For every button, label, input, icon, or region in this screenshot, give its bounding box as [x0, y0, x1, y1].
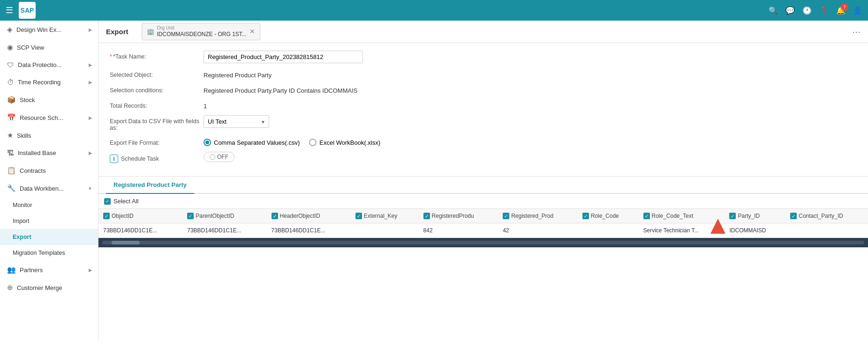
total-records-row: Total Records: 1: [110, 100, 857, 110]
sidebar-item-customer-merge[interactable]: ⊕ Customer Merge: [0, 279, 98, 297]
xlsx-radio-option[interactable]: Excel WorkBook(.xlsx): [309, 139, 380, 146]
sidebar-item-resource-sch[interactable]: 📅 Resource Sch... ▶: [0, 109, 98, 126]
history-icon[interactable]: 🕐: [802, 6, 812, 15]
col-registered-prod-checkbox[interactable]: ✓: [503, 213, 509, 219]
sidebar-item-data-workbench[interactable]: 🔧 Data Workben... ▼: [0, 179, 98, 197]
sidebar-item-time-recording[interactable]: ⏱ Time Recording ▶: [0, 74, 98, 91]
org-unit-type-label: Org Unit: [157, 25, 247, 31]
csv-label: Comma Separated Values(.csv): [214, 139, 300, 146]
sidebar-item-label: Customer Merge: [17, 284, 92, 291]
selected-object-label: Selected Object:: [110, 69, 204, 78]
sidebar: ◈ Design Win Ex... ▶ ◉ SCP View 🛡 Data P…: [0, 21, 98, 341]
export-format-row: Export Data to CSV File with fields as: …: [110, 115, 857, 131]
top-header: ☰ SAP 🔍 💬 🕐 ❓ 🔔 7 👤: [0, 0, 868, 21]
sidebar-item-stock[interactable]: 📦 Stock: [0, 91, 98, 109]
page-title: Export: [106, 28, 136, 36]
chevron-right-icon: ▶: [89, 62, 92, 67]
org-unit-tab[interactable]: 🏢 Org Unit IDCOMMAISDEONZE - ORG 1ST... …: [142, 23, 260, 40]
sidebar-item-data-protection[interactable]: 🛡 Data Protectio... ▶: [0, 56, 98, 74]
xlsx-radio-button[interactable]: [309, 139, 317, 146]
col-objectid-checkbox[interactable]: ✓: [103, 213, 110, 219]
data-table: ✓ ObjectID ✓ ParentObjectID: [98, 209, 868, 238]
schedule-task-toggle[interactable]: OFF: [204, 152, 234, 162]
toggle-circle-icon: [210, 154, 215, 160]
org-unit-icon: 🏢: [147, 28, 154, 35]
sidebar-item-installed-base[interactable]: 🏗 Installed Base ▶: [0, 144, 98, 162]
sidebar-item-skills[interactable]: ★ Skills: [0, 126, 98, 144]
col-registered-produ: ✓ RegisteredProdu: [419, 209, 498, 223]
export-format-select[interactable]: UI Text Technical Name: [204, 115, 269, 128]
col-contact-party-id-checkbox[interactable]: ✓: [790, 213, 797, 219]
col-registered-produ-label: RegisteredProdu: [432, 213, 474, 219]
tabs-row: Registered Product Party: [98, 177, 868, 194]
toggle-label: OFF: [217, 154, 228, 160]
sidebar-item-partners[interactable]: 👥 Partners ▶: [0, 261, 98, 279]
cell-party-id: IDCOMMAISD: [725, 223, 785, 238]
close-tab-icon[interactable]: ✕: [249, 28, 255, 35]
select-all-label: Select All: [113, 198, 138, 205]
sap-logo: SAP: [19, 2, 36, 19]
task-name-label: *Task Name:: [110, 51, 204, 60]
col-registered-produ-checkbox[interactable]: ✓: [423, 213, 430, 219]
partners-icon: 👥: [7, 266, 16, 274]
sidebar-item-scp-view[interactable]: ◉ SCP View: [0, 38, 98, 56]
horizontal-scrollbar[interactable]: [98, 238, 868, 247]
chevron-right-icon: ▶: [89, 80, 92, 85]
sidebar-item-migration-templates[interactable]: Migration Templates: [0, 245, 98, 261]
chevron-right-icon: ▶: [89, 150, 92, 156]
time-recording-icon: ⏱: [7, 78, 14, 86]
schedule-info-icon[interactable]: ℹ: [110, 155, 118, 163]
sidebar-item-design-win[interactable]: ◈ Design Win Ex... ▶: [0, 21, 98, 38]
data-protection-icon: 🛡: [7, 61, 14, 69]
more-options-icon[interactable]: ⋯: [852, 27, 860, 37]
col-party-id: ✓ Party_ID: [725, 209, 785, 223]
col-headerobjectid-checkbox[interactable]: ✓: [272, 213, 278, 219]
tab-registered-product-party[interactable]: Registered Product Party: [106, 177, 194, 194]
chevron-down-icon: ▼: [88, 186, 92, 191]
csv-radio-option[interactable]: Comma Separated Values(.csv): [204, 139, 300, 146]
select-all-checkbox[interactable]: ✓: [104, 198, 111, 205]
task-name-input[interactable]: [204, 51, 363, 63]
notification-badge: 7: [841, 3, 848, 11]
help-icon[interactable]: ❓: [819, 6, 829, 15]
col-objectid: ✓ ObjectID: [98, 209, 182, 223]
notifications-icon[interactable]: 🔔 7: [836, 6, 845, 15]
col-role-code-text-checkbox[interactable]: ✓: [643, 213, 650, 219]
sidebar-item-export[interactable]: Export: [0, 229, 98, 245]
cell-registered-prod: 42: [498, 223, 578, 238]
scrollbar-thumb[interactable]: [112, 241, 140, 245]
col-registered-prod: ✓ Registered_Prod: [498, 209, 578, 223]
chevron-right-icon: ▶: [89, 115, 92, 120]
sidebar-item-contracts[interactable]: 📋 Contracts: [0, 162, 98, 179]
sidebar-item-import[interactable]: Import: [0, 213, 98, 229]
csv-radio-button[interactable]: [204, 139, 211, 146]
col-role-code-text-label: Role_Code_Text: [652, 213, 694, 219]
col-parentobjectid-checkbox[interactable]: ✓: [187, 213, 194, 219]
col-role-code: ✓ Role_Code: [578, 209, 639, 223]
sidebar-item-label: Design Win Ex...: [16, 26, 85, 33]
col-role-code-checkbox[interactable]: ✓: [582, 213, 589, 219]
search-icon[interactable]: 🔍: [769, 6, 778, 15]
scp-view-icon: ◉: [7, 43, 13, 52]
main-layout: ◈ Design Win Ex... ▶ ◉ SCP View 🛡 Data P…: [0, 21, 868, 341]
sidebar-item-monitor[interactable]: Monitor: [0, 197, 98, 213]
content-area: Export 🏢 Org Unit IDCOMMAISDEONZE - ORG …: [98, 21, 868, 341]
sidebar-item-label: Data Protectio...: [18, 61, 85, 68]
contracts-icon: 📋: [7, 166, 16, 175]
sidebar-item-label: Monitor: [13, 202, 92, 208]
col-external-key-checkbox[interactable]: ✓: [355, 213, 362, 219]
sidebar-item-label: Resource Sch...: [20, 114, 85, 121]
content-header: Export 🏢 Org Unit IDCOMMAISDEONZE - ORG …: [98, 21, 868, 43]
org-unit-name-label: IDCOMMAISDEONZE - ORG 1ST...: [157, 31, 247, 37]
hamburger-icon[interactable]: ☰: [6, 5, 13, 15]
chat-icon[interactable]: 💬: [785, 6, 795, 15]
user-icon[interactable]: 👤: [853, 6, 862, 15]
col-party-id-checkbox[interactable]: ✓: [729, 213, 736, 219]
skills-icon: ★: [7, 131, 13, 140]
schedule-task-row: ℹ Schedule Task OFF: [110, 152, 857, 163]
cell-objectid: 73BBD146DD1C1E...: [98, 223, 182, 238]
sidebar-item-label: Migration Templates: [13, 250, 92, 256]
installed-base-icon: 🏗: [7, 149, 14, 157]
task-name-row: *Task Name:: [110, 51, 857, 63]
sidebar-item-label: Data Workben...: [20, 185, 84, 192]
